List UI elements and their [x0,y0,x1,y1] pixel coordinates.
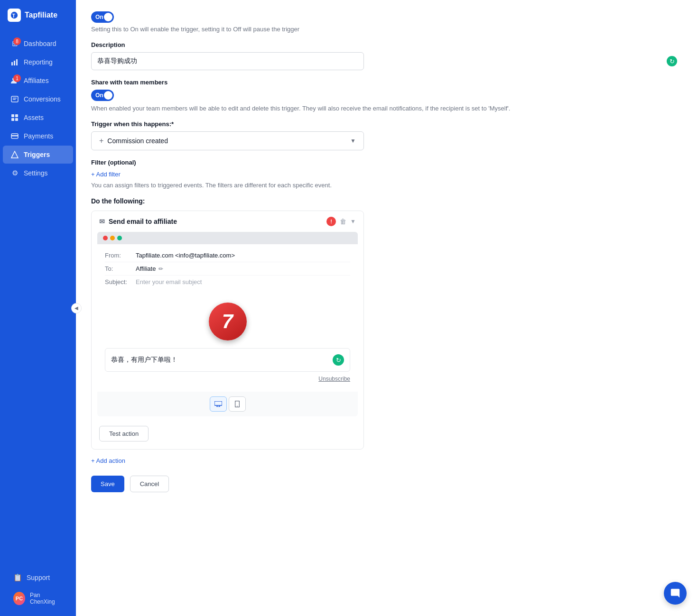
email-body-text-box: 恭喜，有用户下单啦！ ↻ [105,348,350,372]
warning-badge: ! [326,217,336,226]
share-toggle-label: On [93,92,103,99]
email-preview: From: Tapfiliate.com <info@tapfiliate.co… [97,232,358,416]
sidebar-item-label: Triggers [24,151,50,158]
share-toggle-wrap: On [91,90,683,101]
payments-icon [10,132,19,140]
add-filter-link[interactable]: + Add filter [91,171,121,178]
sidebar-item-label: Settings [24,169,48,177]
sidebar-item-conversions[interactable]: Conversions [3,90,73,108]
sidebar-item-label: Payments [24,132,53,140]
email-card-title-text: Send email to affiliate [109,218,177,225]
affiliates-badge: 1 [13,74,21,82]
svg-rect-10 [11,114,14,117]
dashboard-badge: 8 [13,37,21,45]
email-card: ✉ Send email to affiliate ! 🗑 ▼ [91,211,364,450]
sidebar-item-triggers[interactable]: Triggers [3,146,73,164]
svg-rect-2 [11,62,13,65]
to-label: To: [105,265,136,272]
sidebar-item-support[interactable]: 📋 Support [6,569,70,587]
svg-rect-11 [15,114,18,117]
sidebar-item-dashboard[interactable]: ⊞ Dashboard 8 [3,35,73,53]
share-description: When enabled your team members will be a… [91,105,683,112]
test-action-button[interactable]: Test action [99,426,149,441]
trigger-toggle-wrap: On [91,11,683,23]
reporting-icon [10,58,19,66]
email-to-row: To: Affiliate ✏ [105,262,350,276]
share-toggle-knob [104,91,112,100]
sidebar-item-label: Assets [24,114,44,121]
unsubscribe-link[interactable]: Unsubscribe [318,376,350,382]
svg-rect-8 [13,98,17,99]
subject-placeholder[interactable]: Enter your email subject [136,278,202,285]
sidebar-item-label: Affiliates [24,77,49,84]
sidebar-item-settings[interactable]: ⚙ Settings [3,164,73,182]
select-left: + Commission created [99,137,168,145]
dot-red [103,236,108,240]
svg-rect-4 [16,59,18,65]
settings-icon: ⚙ [10,169,19,177]
plus-icon: + [99,137,103,145]
svg-point-22 [237,406,238,407]
dot-green [117,236,122,240]
caret-down-icon[interactable]: ▼ [350,218,356,225]
description-input[interactable] [91,52,364,70]
sidebar-bottom: 📋 Support PC Pan ChenXing [0,562,76,616]
email-card-title: ✉ Send email to affiliate [99,218,177,225]
avatar: PC [13,592,25,605]
trigger-select-wrap: + Commission created ▼ [91,131,364,150]
assets-icon [10,113,19,122]
to-value: Affiliate ✏ [136,265,163,272]
trigger-select[interactable]: + Commission created ▼ [91,131,364,150]
subject-label: Subject: [105,278,136,285]
sidebar-nav: ⊞ Dashboard 8 Reporting Affiliates 1 Con… [0,30,76,562]
mail-icon: ✉ [99,218,105,225]
description-refresh-icon[interactable]: ↻ [667,56,677,66]
toggle-knob [104,13,112,21]
email-body-text: 恭喜，有用户下单啦！ [111,356,177,364]
svg-rect-9 [13,99,16,100]
share-toggle[interactable]: On [91,90,114,101]
share-label: Share with team members [91,79,683,86]
sidebar-user[interactable]: PC Pan ChenXing [6,587,70,610]
email-card-header: ✉ Send email to affiliate ! 🗑 ▼ [92,211,363,232]
main-content: On Setting this to On will enable the tr… [76,0,698,616]
sidebar-item-label: Reporting [24,58,53,66]
description-label: Description [91,41,683,48]
sidebar-logo: T Tapfiliate [0,0,76,30]
svg-rect-12 [11,118,14,121]
user-name: Pan ChenXing [30,592,63,605]
sidebar-item-assets[interactable]: Assets [3,109,73,127]
email-logo-number: 7 [209,303,247,340]
sidebar-item-reporting[interactable]: Reporting [3,53,73,71]
share-section: Share with team members On When enabled … [91,79,683,112]
trigger-toggle[interactable]: On [91,11,114,23]
conversions-icon [10,95,19,103]
cancel-button[interactable]: Cancel [130,476,169,492]
sidebar-item-payments[interactable]: Payments [3,127,73,145]
save-button[interactable]: Save [91,476,124,492]
sidebar: T Tapfiliate ◀ ⊞ Dashboard 8 Reporting A… [0,0,76,616]
email-text-refresh-icon[interactable]: ↻ [333,354,344,366]
trigger-when-label: Trigger when this happens:* [91,120,683,128]
trigger-value: Commission created [107,137,168,145]
mobile-view-button[interactable] [229,396,246,412]
desktop-view-button[interactable] [210,396,227,412]
trigger-section: Trigger when this happens:* + Commission… [91,120,683,150]
sidebar-item-affiliates[interactable]: Affiliates 1 [3,72,73,90]
sidebar-item-label: Dashboard [24,40,56,47]
trigger-toggle-description: Setting this to On will enable the trigg… [91,26,683,33]
sidebar-collapse-button[interactable]: ◀ [71,303,82,313]
trash-icon[interactable]: 🗑 [340,218,346,225]
chat-bubble-button[interactable] [664,582,687,605]
do-label: Do the following: [91,197,683,205]
sidebar-item-label: Conversions [24,95,61,103]
filter-section: Filter (optional) + Add filter You can a… [91,159,683,189]
svg-rect-3 [14,61,15,65]
pencil-icon[interactable]: ✏ [158,266,163,272]
chevron-down-icon: ▼ [350,138,356,144]
svg-marker-16 [11,151,18,158]
filter-note: You can assign filters to triggered even… [91,182,683,189]
add-action-link[interactable]: + Add action [91,457,125,464]
email-subject-row: Subject: Enter your email subject [105,276,350,288]
card-actions: ! 🗑 ▼ [326,217,356,226]
